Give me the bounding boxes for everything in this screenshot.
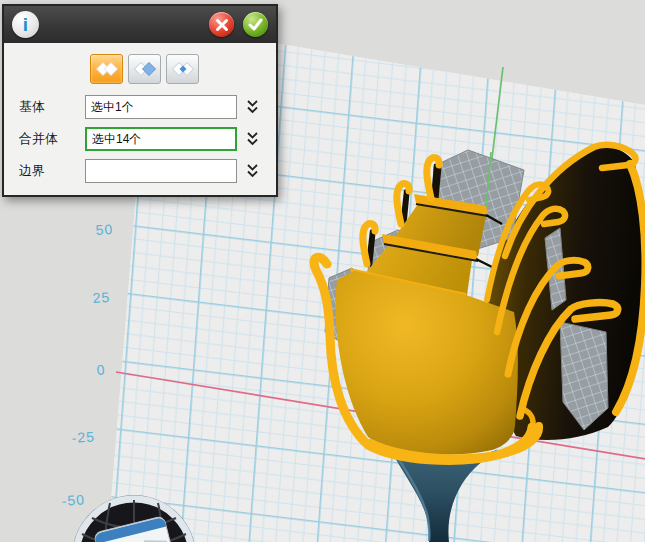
merge-expand-chevron[interactable] <box>246 131 259 147</box>
double-chevron-down-icon <box>246 99 259 115</box>
subtract-icon <box>133 61 157 77</box>
cancel-button[interactable] <box>209 12 234 37</box>
axis-tick-label: -50 <box>61 491 85 509</box>
x-mark-icon <box>215 18 229 32</box>
double-chevron-down-icon <box>246 163 259 179</box>
intersect-operation-button[interactable] <box>166 54 199 84</box>
union-operation-button[interactable] <box>90 54 123 84</box>
dialog-body: 基体 合并体 边界 <box>4 43 276 195</box>
axis-tick-label: 50 <box>95 221 114 238</box>
boolean-merge-dialog: i <box>2 4 278 197</box>
boundary-label: 边界 <box>14 162 85 180</box>
axis-tick-label: -25 <box>71 428 95 446</box>
dialog-titlebar[interactable]: i <box>4 6 276 43</box>
boolean-operation-buttons <box>90 54 266 84</box>
base-body-label: 基体 <box>14 98 85 116</box>
boundary-expand-chevron[interactable] <box>246 163 259 179</box>
double-chevron-down-icon <box>246 131 259 147</box>
boundary-input[interactable] <box>85 159 237 183</box>
axis-tick-label: 25 <box>92 289 111 306</box>
merge-body-input[interactable] <box>85 127 237 151</box>
check-mark-icon <box>248 18 263 31</box>
union-icon <box>95 61 119 77</box>
axis-tick-label: 0 <box>96 361 106 378</box>
field-row-merge: 合并体 <box>14 127 266 151</box>
base-expand-chevron[interactable] <box>246 99 259 115</box>
confirm-button[interactable] <box>243 12 268 37</box>
subtract-operation-button[interactable] <box>128 54 161 84</box>
intersect-icon <box>171 61 195 77</box>
field-row-base: 基体 <box>14 95 266 119</box>
merge-body-label: 合并体 <box>14 130 85 148</box>
base-body-input[interactable] <box>85 95 237 119</box>
field-row-boundary: 边界 <box>14 159 266 183</box>
info-icon: i <box>12 11 39 38</box>
